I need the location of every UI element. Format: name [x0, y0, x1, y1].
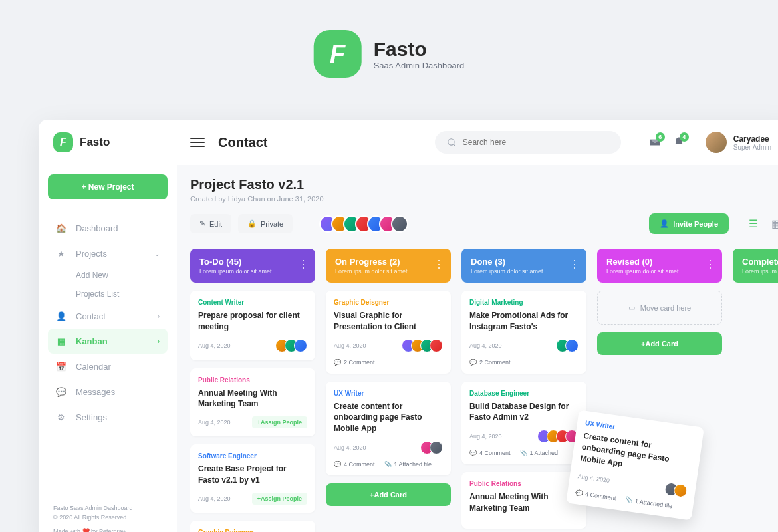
- message-icon: 💬: [56, 386, 66, 397]
- comment-icon: 💬: [334, 359, 341, 366]
- search-icon: [447, 138, 456, 147]
- project-subtitle: Created by Lidya Chan on June 31, 2020: [190, 195, 778, 203]
- column-header-progress: On Progress (2) Lorem ipsum dolor sit am…: [326, 249, 451, 283]
- pencil-icon: ✎: [199, 219, 205, 228]
- column-menu-icon[interactable]: ⋮: [705, 258, 715, 271]
- column-menu-icon[interactable]: ⋮: [298, 258, 309, 271]
- add-card-button[interactable]: +Add Card: [597, 332, 722, 355]
- sidebar-item-dashboard[interactable]: 🏠Dashboard: [48, 215, 168, 241]
- logo[interactable]: F Fasto: [53, 132, 177, 152]
- member-avatars[interactable]: [324, 215, 408, 233]
- list-view-icon[interactable]: ☰: [745, 215, 762, 233]
- comment-icon: 💬: [334, 461, 341, 467]
- kanban-card[interactable]: Software Engineer Create Base Project fo…: [190, 444, 315, 513]
- column-header-revised: Revised (0) Lorem ipsum dolor sit amet ⋮: [597, 249, 722, 283]
- hero-logo: F: [314, 30, 362, 78]
- sidebar-sub-projects-list[interactable]: Projects List: [48, 285, 168, 303]
- person-icon: 👤: [660, 219, 669, 228]
- card-icon: ▭: [628, 303, 635, 312]
- divider: [696, 132, 696, 153]
- column-menu-icon[interactable]: ⋮: [434, 258, 444, 271]
- svg-line-1: [453, 144, 455, 146]
- logo-text: Fasto: [80, 136, 110, 149]
- comment-icon: 💬: [575, 489, 583, 497]
- column-menu-icon[interactable]: ⋮: [569, 258, 580, 271]
- hero-tagline: Saas Admin Dashboard: [374, 61, 465, 70]
- invite-people-button[interactable]: 👤Invite People: [649, 213, 729, 234]
- notifications-icon[interactable]: 4: [672, 135, 686, 150]
- sidebar-item-kanban[interactable]: ▦Kanban›: [48, 329, 168, 354]
- hero-brand: Fasto: [374, 38, 465, 61]
- attachment-icon: 📎: [520, 450, 527, 456]
- assign-people-button[interactable]: +Assign People: [252, 493, 307, 505]
- hamburger-icon[interactable]: [190, 135, 205, 150]
- column-header-complete: Complete Lorem ipsum dolor: [733, 249, 778, 283]
- add-card-button[interactable]: +Add Card: [326, 483, 451, 506]
- kanban-card[interactable]: Public Relations Annual Meeting With Mar…: [190, 368, 315, 437]
- sidebar-item-contact[interactable]: 👤Contact›: [48, 303, 168, 329]
- star-icon: ★: [56, 248, 66, 259]
- sidebar-item-projects[interactable]: ★Projects⌄: [48, 241, 168, 266]
- messages-icon[interactable]: 6: [648, 135, 662, 150]
- dropzone[interactable]: ▭Move card here: [597, 291, 722, 325]
- chevron-right-icon: ›: [158, 338, 160, 345]
- lock-icon: 🔒: [247, 219, 257, 228]
- home-icon: 🏠: [56, 223, 66, 233]
- messages-badge: 6: [656, 132, 665, 142]
- floating-card[interactable]: UX Writer Create content for onboarding …: [566, 410, 704, 520]
- private-button[interactable]: 🔒Private: [238, 214, 293, 233]
- sidebar-item-calendar[interactable]: 📅Calendar: [48, 354, 168, 379]
- search-input[interactable]: [463, 138, 609, 147]
- kanban-card[interactable]: Graphic Deisgner: [190, 521, 315, 532]
- notifications-badge: 4: [680, 132, 689, 142]
- page-title: Contact: [218, 135, 267, 150]
- grid-view-icon[interactable]: ▦: [767, 215, 778, 233]
- sidebar-item-messages[interactable]: 💬Messages: [48, 379, 168, 404]
- attachment-icon: 📎: [624, 496, 632, 503]
- user-name: Caryadee: [733, 134, 771, 144]
- comment-icon: 💬: [469, 450, 477, 456]
- comment-icon: 💬: [469, 359, 477, 366]
- edit-button[interactable]: ✎Edit: [190, 214, 231, 233]
- project-title: Project Fasto v2.1: [190, 177, 778, 192]
- svg-point-0: [448, 139, 454, 145]
- sidebar-sub-add-new[interactable]: Add New: [48, 266, 168, 285]
- sidebar-footer: Fasto Saas Admin Dashboard © 2020 All Ri…: [48, 494, 168, 532]
- chevron-right-icon: ›: [158, 313, 160, 320]
- search-bar[interactable]: [435, 131, 621, 154]
- attachment-icon: 📎: [384, 461, 392, 467]
- user-icon: 👤: [56, 311, 66, 321]
- gear-icon: ⚙: [56, 412, 66, 422]
- kanban-card[interactable]: Digital Marketing Make Promotional Ads f…: [461, 291, 586, 374]
- grid-icon: ▦: [56, 336, 66, 346]
- sidebar-item-settings[interactable]: ⚙Settings: [48, 404, 168, 430]
- column-header-todo: To-Do (45) Lorem ipsum dolor sit amet ⋮: [190, 249, 315, 283]
- user-menu[interactable]: Caryadee Super Admin ⌄: [706, 132, 778, 153]
- kanban-card[interactable]: Database Engineer Build Database Design …: [461, 382, 586, 465]
- new-project-button[interactable]: + New Project: [48, 174, 168, 200]
- column-header-done: Done (3) Lorem ipsum dolor sit amet ⋮: [461, 249, 586, 283]
- calendar-icon: 📅: [56, 361, 66, 372]
- kanban-card[interactable]: UX Writer Create content for onboarding …: [326, 382, 451, 475]
- user-avatar: [706, 132, 727, 153]
- user-role: Super Admin: [733, 144, 771, 151]
- comment-count: 💬2 Comment: [334, 359, 375, 366]
- kanban-card[interactable]: Content Writer Prepare proposal for clie…: [190, 291, 315, 360]
- chevron-down-icon: ⌄: [154, 250, 160, 257]
- logo-mark-icon: F: [53, 132, 73, 152]
- kanban-card[interactable]: Graphic Deisgner Visual Graphic for Pres…: [326, 291, 451, 374]
- assign-people-button[interactable]: +Assign People: [252, 416, 307, 428]
